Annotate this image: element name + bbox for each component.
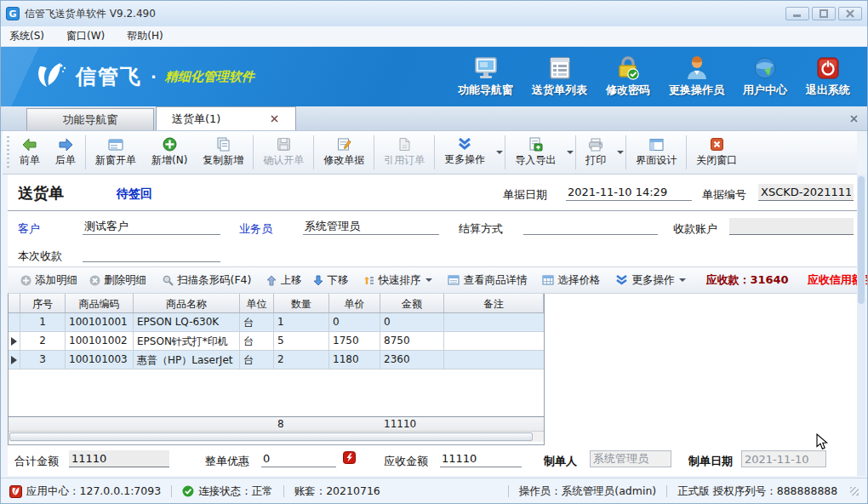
- resize-grip[interactable]: [850, 487, 859, 495]
- close-button[interactable]: [838, 7, 862, 20]
- list-icon: [548, 56, 572, 80]
- due-amount-input[interactable]: [440, 450, 522, 467]
- col-header-note[interactable]: 备注: [444, 294, 544, 312]
- view-product-details-button[interactable]: 查看商品详情: [442, 271, 533, 290]
- make-date-label: 制单日期: [688, 454, 733, 469]
- print-button[interactable]: 打印: [578, 134, 614, 171]
- double-chevron-down-icon: [615, 275, 628, 285]
- banner-actions: 功能导航窗 送货单列表 修改密码: [453, 53, 867, 101]
- confirm-doc-button[interactable]: 确认开单: [255, 134, 311, 171]
- quick-sort-button[interactable]: 快速排序: [357, 271, 438, 290]
- up-arrow-icon: [266, 275, 277, 286]
- salesman-label[interactable]: 业务员: [239, 221, 272, 237]
- status-bar: 应用中心：127.0.0.1:7093 连接状态：正常 账套：20210716 …: [1, 478, 867, 504]
- doc-no-input: [758, 184, 854, 201]
- receive-account-input[interactable]: [729, 218, 854, 235]
- table-row[interactable]: 2 100101002 EPSON针式打*印机 台 5 1750 8750: [9, 332, 544, 351]
- grid-header-row: 序号 商品编码 商品名称 单位 数量 单价 金额 备注: [9, 294, 544, 313]
- dropdown-caret-icon: [425, 278, 432, 282]
- customer-input[interactable]: [83, 218, 220, 235]
- dropdown-caret-icon[interactable]: [567, 151, 574, 154]
- dropdown-caret-icon[interactable]: [617, 151, 624, 154]
- move-down-button[interactable]: 下移: [307, 271, 354, 290]
- salesman-input[interactable]: [303, 218, 439, 235]
- payment-input[interactable]: [83, 245, 220, 262]
- discount-action-icon[interactable]: [343, 451, 356, 464]
- col-header-price[interactable]: 单价: [329, 294, 380, 312]
- import-export-button[interactable]: 导入导出: [507, 134, 563, 171]
- move-up-button[interactable]: 上移: [260, 271, 307, 290]
- close-window-button[interactable]: 关闭窗口: [688, 134, 745, 171]
- vertical-scrollbar[interactable]: [857, 175, 865, 476]
- footer-fields: 合计金额 整单优惠 应收金额 制单人 制单日期: [8, 445, 857, 476]
- tabbar-close-icon[interactable]: [847, 112, 860, 125]
- scan-barcode-button[interactable]: 扫描条形码(F4): [156, 271, 257, 290]
- minimize-button[interactable]: [785, 7, 809, 20]
- delivery-list-button[interactable]: 送货单列表: [527, 53, 592, 101]
- col-header-amount[interactable]: 金额: [380, 294, 444, 312]
- dropdown-caret-icon: [679, 278, 686, 282]
- menu-window[interactable]: 窗口(W): [66, 29, 105, 43]
- next-doc-button[interactable]: 后单: [48, 134, 83, 171]
- doc-title: 送货单: [18, 183, 64, 203]
- doc-date-input[interactable]: [566, 184, 692, 201]
- add-detail-button[interactable]: 添加明细: [14, 271, 83, 290]
- main-toolbar: 前单 后单 新窗开单 新增(N) 复制新增: [3, 131, 857, 175]
- modify-doc-button[interactable]: 修改单据: [316, 134, 372, 171]
- col-header-name[interactable]: 商品名称: [134, 294, 240, 312]
- detail-more-actions-button[interactable]: 更多操作: [609, 271, 692, 290]
- more-actions-button[interactable]: 更多操作: [437, 134, 493, 171]
- menu-system[interactable]: 系统(S): [9, 29, 44, 43]
- tab-nav-window[interactable]: 功能导航窗: [26, 108, 154, 130]
- restore-button[interactable]: [812, 7, 836, 20]
- double-chevron-down-icon: [457, 138, 472, 151]
- tab-delivery-order[interactable]: 送货单(1): [156, 106, 296, 130]
- detail-toolbar: 添加明细 删除明细 扫描条形码(F4) 上移 下移: [8, 266, 857, 294]
- due-amount-label: 应收金额: [384, 454, 428, 469]
- printer-icon: [588, 138, 603, 152]
- copy-new-button[interactable]: 复制新增: [195, 134, 251, 171]
- row-marker-icon: [11, 356, 17, 364]
- new-window-doc-button[interactable]: 新窗开单: [88, 134, 144, 171]
- window-title: 信管飞送货单软件 V9.2.490: [25, 7, 156, 21]
- switch-operator-button[interactable]: 更换操作员: [664, 53, 729, 101]
- col-header-code[interactable]: 商品编码: [66, 294, 134, 312]
- summary-amount-total: 11110: [380, 417, 444, 431]
- close-window-icon: [710, 137, 724, 152]
- banner: 信管飞 · 精细化管理软件 功能导航窗: [1, 47, 867, 106]
- save-icon: [277, 137, 291, 152]
- tab-close-icon[interactable]: [268, 113, 280, 125]
- discount-label: 整单优惠: [205, 454, 249, 469]
- toolbar-grip: [7, 136, 9, 169]
- brand-name: 信管飞: [76, 63, 142, 90]
- discount-input[interactable]: [261, 450, 336, 467]
- customer-label[interactable]: 客户: [18, 221, 40, 237]
- new-window-icon: [108, 138, 123, 152]
- user-center-button[interactable]: 用户中心: [738, 53, 792, 101]
- total-amount-input: [69, 450, 169, 467]
- exit-system-button[interactable]: 退出系统: [801, 53, 855, 101]
- select-price-button[interactable]: 选择价格: [536, 271, 606, 290]
- col-header-index[interactable]: 序号: [20, 294, 66, 312]
- account-set-status: 账套：20210716: [294, 484, 380, 499]
- reference-order-button[interactable]: 引用订单: [376, 134, 432, 171]
- scrollbar-thumb[interactable]: [858, 176, 865, 304]
- col-header-unit[interactable]: 单位: [240, 294, 274, 312]
- menu-help[interactable]: 帮助(H): [127, 29, 163, 43]
- new-doc-button[interactable]: 新增(N): [144, 134, 195, 171]
- doc-no-label: 单据编号: [702, 187, 746, 203]
- grid-horizontal-scrollbar[interactable]: [9, 431, 544, 442]
- dropdown-caret-icon[interactable]: [496, 151, 503, 154]
- items-grid: 序号 商品编码 商品名称 单位 数量 单价 金额 备注 1 100101001 …: [8, 294, 545, 445]
- table-row[interactable]: 3 100101003 惠普（HP）LaserJet 台 2 1180 2360: [9, 351, 544, 369]
- prev-doc-button[interactable]: 前单: [12, 134, 48, 171]
- scrollbar-thumb[interactable]: [9, 432, 533, 441]
- ui-design-button[interactable]: 界面设计: [628, 134, 684, 171]
- nav-window-button[interactable]: 功能导航窗: [453, 53, 518, 101]
- settlement-input[interactable]: [523, 218, 658, 235]
- col-header-qty[interactable]: 数量: [274, 294, 329, 312]
- change-password-button[interactable]: 修改密码: [601, 53, 655, 101]
- doc-date-label: 单据日期: [503, 187, 547, 203]
- delete-detail-button[interactable]: 删除明细: [83, 271, 152, 290]
- table-row[interactable]: 1 100101001 EPSON LQ-630K 台 1 0 0: [9, 313, 544, 332]
